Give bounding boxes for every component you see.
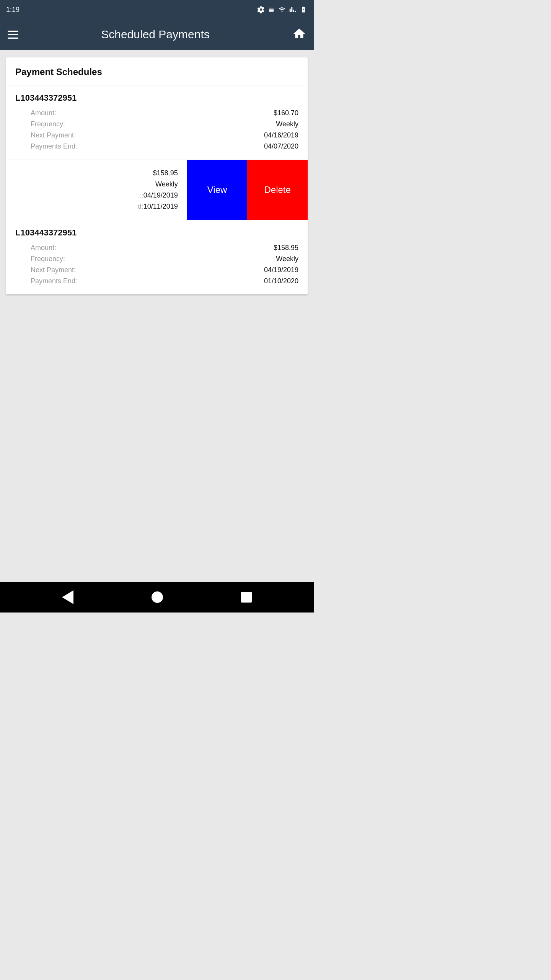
back-icon [62, 590, 73, 604]
recents-nav-button[interactable] [241, 592, 252, 603]
status-icons [257, 6, 308, 13]
payments-end-value-1: 04/07/2020 [264, 142, 298, 150]
payment-row-next-3: Next Payment: 04/19/2019 [15, 265, 298, 276]
hamburger-menu-button[interactable] [8, 31, 18, 39]
card-header-title: Payment Schedules [15, 67, 102, 77]
payment-row-frequency-1: Frequency: Weekly [15, 119, 298, 130]
next-payment-value-2: 04/19/2019 [143, 191, 178, 199]
payment-item-3: L103443372951 Amount: $158.95 Frequency:… [6, 220, 308, 294]
payment-item-1: L103443372951 Amount: $160.70 Frequency:… [6, 85, 308, 160]
payment-row-next-2: :: 04/19/2019 [15, 190, 178, 201]
delete-button[interactable]: Delete [247, 160, 308, 220]
wifi-icon [278, 6, 286, 13]
home-nav-button[interactable] [152, 591, 163, 603]
home-button[interactable] [292, 27, 306, 42]
frequency-label-1: Frequency: [15, 120, 65, 128]
amount-value-2: $158.95 [153, 169, 178, 177]
page-title: Scheduled Payments [101, 28, 210, 41]
payment-content-1: L103443372951 Amount: $160.70 Frequency:… [6, 85, 308, 160]
recents-icon [241, 592, 252, 603]
next-payment-label-1: Next Payment: [15, 131, 76, 139]
next-payment-label-3: Next Payment: [15, 266, 76, 274]
battery-icon [299, 6, 308, 13]
amount-value-3: $158.95 [274, 244, 298, 252]
payment-row-next-1: Next Payment: 04/16/2019 [15, 130, 298, 141]
amount-label-3: Amount: [15, 244, 56, 252]
frequency-value-3: Weekly [276, 255, 298, 263]
next-payment-value-1: 04/16/2019 [264, 131, 298, 139]
payment-row-end-2: d: 10/11/2019 [15, 201, 178, 212]
payment-row-amount-1: Amount: $160.70 [15, 108, 298, 119]
card-header: Payment Schedules [6, 57, 308, 85]
payments-end-label-3: Payments End: [15, 277, 77, 285]
frequency-label-3: Frequency: [15, 255, 65, 263]
payment-row-end-3: Payments End: 01/10/2020 [15, 276, 298, 287]
payment-row-amount-2: $158.95 [15, 168, 178, 179]
next-payment-label-partial: :: [140, 191, 143, 199]
status-time: 1:19 [6, 6, 20, 14]
payment-item-2-swiped: $158.95 Weekly :: 04/19/2019 d: 10/11/20… [6, 160, 308, 220]
payments-end-label-1: Payments End: [15, 142, 77, 150]
payments-end-label-partial: d: [138, 203, 143, 211]
amount-label-1: Amount: [15, 109, 56, 117]
frequency-value-2: Weekly [155, 180, 178, 188]
payment-content-3: L103443372951 Amount: $158.95 Frequency:… [6, 220, 308, 294]
payment-row-frequency-2: Weekly [15, 179, 178, 190]
storage-icon [268, 6, 275, 13]
payment-content-2: $158.95 Weekly :: 04/19/2019 d: 10/11/20… [6, 160, 187, 220]
payment-row-frequency-3: Frequency: Weekly [15, 253, 298, 265]
swipe-actions: View Delete [187, 160, 308, 220]
view-button[interactable]: View [187, 160, 248, 220]
home-nav-icon [152, 591, 163, 603]
payment-row-amount-3: Amount: $158.95 [15, 242, 298, 253]
bottom-nav [0, 582, 314, 612]
payment-id-3: L103443372951 [15, 228, 298, 238]
payment-schedules-card: Payment Schedules L103443372951 Amount: … [6, 57, 308, 294]
payment-id-1: L103443372951 [15, 93, 298, 103]
frequency-value-1: Weekly [276, 120, 298, 128]
amount-value-1: $160.70 [274, 109, 298, 117]
home-icon [292, 27, 306, 41]
signal-icon [289, 6, 296, 13]
settings-icon [257, 6, 265, 13]
payments-end-value-2: 10/11/2019 [143, 203, 178, 211]
next-payment-value-3: 04/19/2019 [264, 266, 298, 274]
app-bar: Scheduled Payments [0, 19, 314, 50]
main-content: Payment Schedules L103443372951 Amount: … [0, 50, 314, 582]
status-bar: 1:19 [0, 0, 314, 19]
back-nav-button[interactable] [62, 590, 73, 604]
payments-end-value-3: 01/10/2020 [264, 277, 298, 285]
payment-row-end-1: Payments End: 04/07/2020 [15, 141, 298, 152]
